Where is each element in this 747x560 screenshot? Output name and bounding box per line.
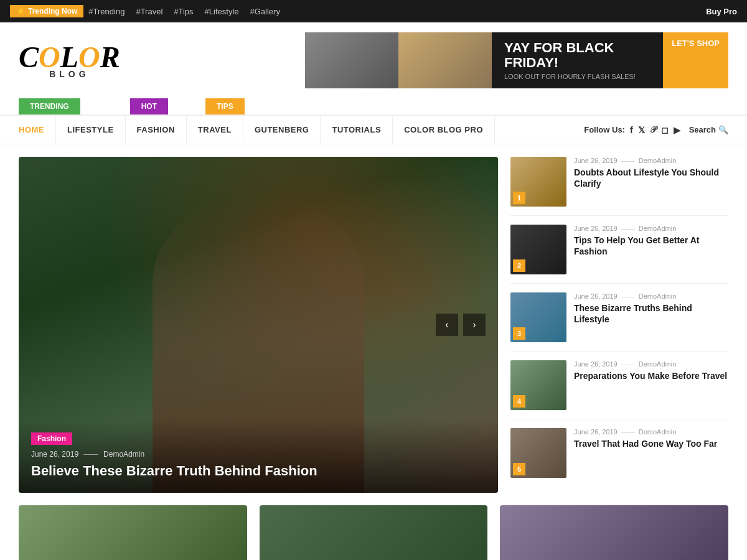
- article-meta-1: June 26, 2019 —— DemoAdmin: [574, 157, 728, 164]
- nav-tutorials[interactable]: TUTORIALS: [321, 116, 393, 144]
- tag-badge-tips[interactable]: TIPS: [205, 98, 245, 114]
- article-title-1: Doubts About Lifestyle You Should Clarif…: [574, 167, 728, 189]
- slider-next-button[interactable]: ›: [463, 314, 486, 336]
- twitter-icon[interactable]: 𝕏: [638, 125, 645, 135]
- topbar-link-lifestyle[interactable]: #Lifestyle: [205, 7, 239, 16]
- article-author-2: DemoAdmin: [639, 225, 677, 232]
- sidebar-article-5[interactable]: 5 June 26, 2019 —— DemoAdmin Travel That…: [510, 428, 728, 478]
- trending-now-section: ⚡ Trending Now #Trending #Travel #Tips #…: [10, 5, 280, 17]
- tag-badge-trending[interactable]: TRENDING: [19, 98, 80, 114]
- banner-text: YAY FOR BLACK FRIDAY! LOOK OUT FOR HOURL…: [504, 40, 651, 80]
- article-dash-2: ——: [621, 225, 635, 232]
- instagram-icon[interactable]: ◻: [661, 125, 669, 135]
- lightning-icon: ⚡: [16, 7, 26, 16]
- separator-1: [510, 215, 728, 216]
- search-button[interactable]: Search 🔍: [689, 125, 728, 134]
- slider-date: June 26, 2019 —— DemoAdmin: [31, 450, 486, 459]
- article-title-5: Travel That Had Gone Way Too Far: [574, 438, 728, 449]
- sidebar-article-3[interactable]: 3 June 26, 2019 —— DemoAdmin These Bizar…: [510, 292, 728, 342]
- article-author-4: DemoAdmin: [639, 360, 677, 368]
- follow-us-label: Follow Us:: [584, 125, 625, 134]
- article-date-5: June 26, 2019: [574, 428, 618, 436]
- banner-cta[interactable]: LET'S SHOP: [663, 32, 728, 88]
- article-info-3: June 26, 2019 —— DemoAdmin These Bizarre…: [574, 292, 728, 325]
- slider-info: Fashion June 26, 2019 —— DemoAdmin Belie…: [19, 420, 498, 493]
- logo[interactable]: COLOR BLOG: [19, 42, 120, 78]
- tag-badge-hot[interactable]: HOT: [130, 98, 168, 114]
- article-num-2: 2: [513, 259, 525, 272]
- pinterest-icon[interactable]: 𝒫: [650, 124, 656, 135]
- article-title-2: Tips To Help You Get Better At Fashion: [574, 235, 728, 257]
- bottom-card-1[interactable]: [19, 505, 247, 560]
- article-meta-2: June 26, 2019 —— DemoAdmin: [574, 225, 728, 232]
- article-dash-1: ——: [621, 157, 635, 164]
- article-author-3: DemoAdmin: [639, 292, 677, 300]
- top-bar-links: #Trending #Travel #Tips #Lifestyle #Gall…: [88, 7, 280, 16]
- slider-title: Believe These Bizarre Truth Behind Fashi…: [31, 462, 486, 480]
- topbar-link-travel[interactable]: #Travel: [136, 7, 162, 16]
- article-meta-5: June 26, 2019 —— DemoAdmin: [574, 428, 728, 436]
- bottom-card-bg-2: [260, 505, 488, 560]
- banner-image-2: [398, 32, 492, 88]
- article-dash-3: ——: [621, 292, 635, 300]
- bottom-cards: [0, 505, 747, 560]
- article-thumb-3: 3: [510, 292, 566, 342]
- nav-fashion[interactable]: FASHION: [126, 116, 187, 144]
- article-dash-4: ——: [621, 360, 635, 368]
- bottom-card-3[interactable]: [500, 505, 728, 560]
- nav-gutenberg[interactable]: GUTENBERG: [243, 116, 321, 144]
- separator-3: [510, 351, 728, 352]
- sidebar-article-1[interactable]: 1 June 26, 2019 —— DemoAdmin Doubts Abou…: [510, 157, 728, 207]
- slider-prev-button[interactable]: ‹: [436, 314, 458, 336]
- bottom-card-2[interactable]: [260, 505, 488, 560]
- article-thumb-5: 5: [510, 428, 566, 478]
- article-thumb-4: 4: [510, 360, 566, 410]
- banner-subtext: LOOK OUT FOR HOURLY FLASH SALES!: [504, 73, 651, 80]
- trending-now-badge: ⚡ Trending Now: [10, 5, 83, 17]
- article-title-3: These Bizarre Truths Behind Lifestyle: [574, 302, 728, 325]
- article-author-5: DemoAdmin: [639, 428, 677, 436]
- article-num-4: 4: [513, 395, 525, 408]
- article-meta-4: June 26, 2019 —— DemoAdmin: [574, 360, 728, 368]
- separator-4: [510, 419, 728, 419]
- nav-lifestyle[interactable]: LIFESTYLE: [56, 116, 126, 144]
- youtube-icon[interactable]: ▶: [674, 125, 680, 135]
- article-title-4: Preparations You Make Before Travel: [574, 370, 728, 381]
- bottom-card-bg-3: [500, 505, 728, 560]
- nav-color-blog-pro[interactable]: COLOR BLOG PRO: [393, 116, 495, 144]
- main-nav: HOME LIFESTYLE FASHION TRAVEL GUTENBERG …: [0, 116, 747, 144]
- nav-right: Follow Us: f 𝕏 𝒫 ◻ ▶ Search 🔍: [584, 124, 728, 135]
- slider-category[interactable]: Fashion: [31, 432, 72, 445]
- buy-pro-link[interactable]: Buy Pro: [706, 7, 737, 16]
- topbar-link-trending[interactable]: #Trending: [88, 7, 125, 16]
- slider-author: DemoAdmin: [103, 450, 144, 459]
- nav-links: HOME LIFESTYLE FASHION TRAVEL GUTENBERG …: [19, 116, 584, 144]
- nav-home[interactable]: HOME: [19, 116, 56, 144]
- article-thumb-2: 2: [510, 225, 566, 274]
- article-dash-5: ——: [621, 428, 635, 436]
- separator-2: [510, 283, 728, 284]
- tag-badges-row: TRENDING HOT TIPS: [0, 98, 747, 116]
- banner-text-area: YAY FOR BLACK FRIDAY! LOOK OUT FOR HOURL…: [492, 32, 663, 88]
- bottom-card-bg-1: [19, 505, 247, 560]
- nav-travel[interactable]: TRAVEL: [187, 116, 243, 144]
- topbar-link-gallery[interactable]: #Gallery: [250, 7, 280, 16]
- follow-us: Follow Us: f 𝕏 𝒫 ◻ ▶: [584, 124, 680, 135]
- main-content: ‹ › Fashion June 26, 2019 —— DemoAdmin B…: [0, 144, 747, 505]
- search-label: Search: [689, 125, 716, 134]
- article-info-1: June 26, 2019 —— DemoAdmin Doubts About …: [574, 157, 728, 189]
- article-date-2: June 26, 2019: [574, 225, 618, 232]
- facebook-icon[interactable]: f: [630, 125, 633, 135]
- logo-text: COLOR: [19, 42, 120, 72]
- topbar-link-tips[interactable]: #Tips: [174, 7, 193, 16]
- banner-images: [305, 32, 492, 88]
- trending-now-label: Trending Now: [28, 7, 77, 16]
- banner-ad[interactable]: YAY FOR BLACK FRIDAY! LOOK OUT FOR HOURL…: [305, 32, 728, 88]
- sidebar-article-2[interactable]: 2 June 26, 2019 —— DemoAdmin Tips To Hel…: [510, 225, 728, 274]
- article-date-4: June 26, 2019: [574, 360, 618, 368]
- slider-nav: ‹ ›: [436, 314, 486, 336]
- sidebar-article-4[interactable]: 4 June 26, 2019 —— DemoAdmin Preparation…: [510, 360, 728, 410]
- search-icon: 🔍: [718, 125, 728, 134]
- slider-date-value: June 26, 2019: [31, 450, 78, 459]
- slider-dash: ——: [83, 450, 98, 459]
